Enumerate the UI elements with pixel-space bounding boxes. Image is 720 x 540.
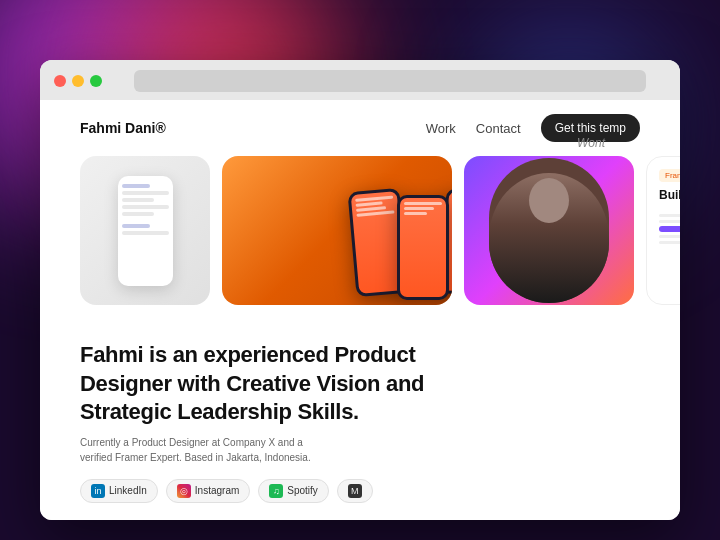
screen-line-5 — [122, 231, 169, 235]
build-title: Build — [659, 188, 680, 204]
instagram-badge[interactable]: ◎ Instagram — [166, 479, 250, 503]
phone-wireframe-mockup — [118, 176, 173, 286]
linkedin-label: LinkedIn — [109, 485, 147, 496]
card-portrait[interactable] — [464, 156, 634, 305]
nav-contact-link[interactable]: Contact — [476, 121, 521, 136]
close-button[interactable] — [54, 75, 66, 87]
traffic-lights — [54, 75, 102, 87]
card-build[interactable]: Framer Build — [646, 156, 680, 305]
linkedin-badge[interactable]: in LinkedIn — [80, 479, 158, 503]
nav-work-link[interactable]: Work — [426, 121, 456, 136]
browser-chrome — [40, 60, 680, 100]
linkedin-icon: in — [91, 484, 105, 498]
website-content: Fahmi Dani® Work Contact Get this temp — [40, 100, 680, 520]
oc-3 — [404, 212, 427, 215]
portfolio-cards: Framer Build — [40, 156, 680, 321]
screen-line-4 — [122, 212, 155, 216]
portrait-oval — [489, 158, 609, 303]
screen-line-3 — [122, 205, 169, 209]
mail-badge[interactable]: M — [337, 479, 373, 503]
phone-screen-content — [118, 176, 173, 246]
build-line-3 — [659, 235, 680, 238]
oc-1 — [404, 202, 442, 205]
social-links: in LinkedIn ◎ Instagram ♫ Spotify M — [80, 479, 480, 503]
build-badge: Framer — [659, 169, 680, 182]
card-app-screens[interactable] — [222, 156, 452, 305]
hero-section: Fahmi is an experienced Product Designer… — [40, 321, 680, 520]
instagram-icon: ◎ — [177, 484, 191, 498]
phone-screen-center — [400, 198, 446, 297]
card-wireframe[interactable] — [80, 156, 210, 305]
build-lines — [659, 214, 680, 244]
instagram-label: Instagram — [195, 485, 239, 496]
oc-2 — [404, 207, 434, 210]
screen-line-accent-2 — [122, 224, 150, 228]
portrait-figure — [489, 173, 609, 304]
spotify-icon: ♫ — [269, 484, 283, 498]
nav-right: Work Contact Get this temp — [426, 114, 640, 142]
build-line-1 — [659, 214, 680, 217]
spotify-label: Spotify — [287, 485, 318, 496]
ol-1 — [355, 196, 393, 202]
wont-text: Wont — [577, 136, 605, 150]
fullscreen-button[interactable] — [90, 75, 102, 87]
portrait-head — [529, 178, 569, 223]
address-bar[interactable] — [134, 70, 646, 92]
browser-window: Fahmi Dani® Work Contact Get this temp — [40, 60, 680, 520]
screen-line-1 — [122, 191, 169, 195]
build-line-accent — [659, 226, 680, 232]
screen-line-accent — [122, 184, 150, 188]
hero-title: Fahmi is an experienced Product Designer… — [80, 341, 480, 427]
minimize-button[interactable] — [72, 75, 84, 87]
ol-4 — [356, 210, 394, 216]
mail-icon: M — [348, 484, 362, 498]
spotify-badge[interactable]: ♫ Spotify — [258, 479, 329, 503]
phone-center — [397, 195, 449, 300]
hero-subtitle: Currently a Product Designer at Company … — [80, 435, 330, 465]
screen-line-2 — [122, 198, 155, 202]
hero-left: Fahmi is an experienced Product Designer… — [80, 341, 480, 503]
build-line-4 — [659, 241, 680, 244]
site-logo: Fahmi Dani® — [80, 120, 166, 136]
build-line-2 — [659, 220, 680, 223]
